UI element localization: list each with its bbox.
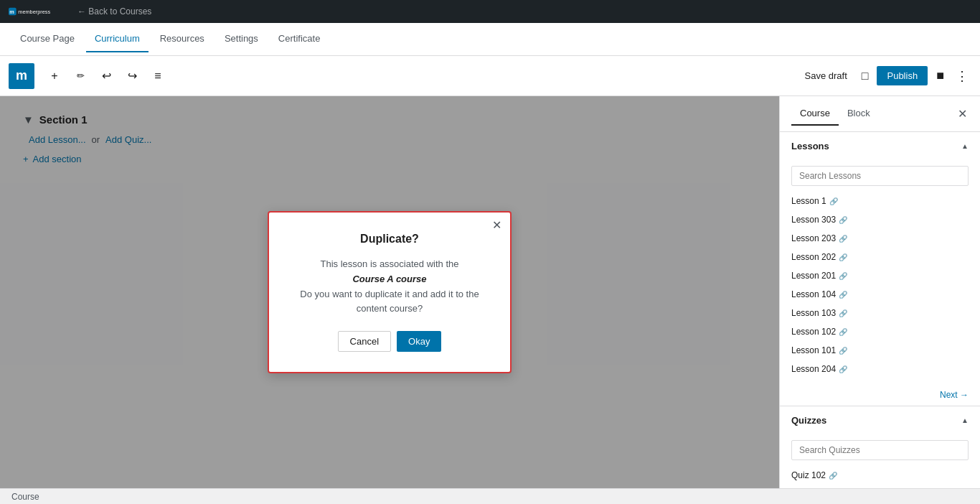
modal-line1: This lesson is associated with the	[321, 258, 459, 269]
publish-button[interactable]: Publish	[877, 66, 928, 85]
redo-button[interactable]: ↪	[121, 65, 143, 88]
memberpress-logo: m memberpress	[9, 6, 66, 17]
add-block-button[interactable]: +	[43, 65, 66, 88]
external-link-icon: 🔗	[839, 328, 847, 336]
tab-curriculum[interactable]: Curriculum	[86, 26, 149, 52]
modal-overlay: ✕ Duplicate? This lesson is associated w…	[0, 96, 779, 488]
quizzes-list: Quiz 102 🔗 Quiz 202 🔗 Quiz 101 🔗	[780, 466, 980, 488]
lesson-item-label: Lesson 103	[791, 308, 836, 318]
quiz-item-label: Quiz 102	[791, 470, 826, 480]
quizzes-section: Quizzes ▲ Quiz 102 🔗 Quiz 202 🔗	[780, 406, 980, 488]
tab-course[interactable]: Course	[791, 102, 839, 126]
list-item[interactable]: Lesson 103 🔗	[791, 304, 969, 322]
editor-logo: m	[9, 63, 34, 89]
modal-actions: Cancel Okay	[295, 331, 484, 352]
list-icon: ≡	[154, 70, 161, 83]
list-item[interactable]: Lesson 203 🔗	[791, 229, 969, 248]
quizzes-search-input[interactable]	[791, 440, 969, 460]
list-item[interactable]: Lesson 204 🔗	[791, 360, 969, 378]
toolbar-right: Save draft □ Publish ■ ⋮	[799, 65, 971, 87]
tab-block[interactable]: Block	[839, 102, 879, 126]
quizzes-section-header[interactable]: Quizzes ▲	[780, 406, 980, 434]
settings-panel-button[interactable]: ■	[933, 65, 947, 86]
main-layout: ▼ Section 1 Add Lesson... or Add Quiz...…	[0, 96, 980, 488]
list-item[interactable]: Lesson 202 🔗	[791, 248, 969, 266]
brand-logo: m memberpress	[9, 6, 66, 17]
lesson-item-label: Lesson 201	[791, 271, 836, 281]
sidebar-header: Course Block ✕	[780, 96, 980, 132]
lessons-next-link[interactable]: Next →	[780, 384, 980, 406]
settings-icon: ■	[936, 68, 944, 83]
lesson-item-label: Lesson 204	[791, 364, 836, 374]
redo-icon: ↪	[128, 69, 137, 83]
sidebar-close-button[interactable]: ✕	[956, 106, 969, 122]
lesson-item-label: Lesson 102	[791, 327, 836, 337]
lesson-item-label: Lesson 303	[791, 215, 836, 225]
admin-top-bar: m memberpress ← Back to Courses	[0, 0, 980, 23]
quizzes-label: Quizzes	[791, 415, 826, 426]
save-draft-button[interactable]: Save draft	[799, 66, 853, 85]
modal-close-button[interactable]: ✕	[492, 220, 501, 231]
cancel-button[interactable]: Cancel	[338, 331, 391, 352]
footer-bar: Course	[0, 488, 980, 504]
external-link-icon: 🔗	[839, 291, 847, 299]
list-item[interactable]: Lesson 201 🔗	[791, 266, 969, 285]
preview-button[interactable]: □	[859, 67, 872, 85]
ellipsis-icon: ⋮	[956, 69, 969, 83]
tab-certificate[interactable]: Certificate	[270, 26, 329, 52]
document-overview-button[interactable]: ≡	[146, 65, 169, 88]
modal-course-name: Course A course	[352, 274, 426, 284]
list-item[interactable]: Quiz 102 🔗	[791, 466, 969, 485]
lesson-item-label: Lesson 1	[791, 196, 826, 206]
tab-settings[interactable]: Settings	[216, 26, 267, 52]
quizzes-search	[780, 434, 980, 466]
sidebar-body: Lessons ▲ Lesson 1 🔗 Lesson 303 🔗	[780, 132, 980, 488]
list-item[interactable]: Lesson 1 🔗	[791, 192, 969, 210]
sidebar-tabs: Course Block	[791, 102, 879, 126]
lessons-search	[780, 160, 980, 192]
lessons-section: Lessons ▲ Lesson 1 🔗 Lesson 303 🔗	[780, 132, 980, 406]
external-link-icon: 🔗	[839, 253, 847, 261]
back-to-courses-link[interactable]: ← Back to Courses	[77, 6, 151, 17]
footer-label: Course	[11, 492, 39, 502]
undo-button[interactable]: ↩	[95, 65, 118, 88]
preview-icon: □	[862, 70, 869, 82]
lessons-list: Lesson 1 🔗 Lesson 303 🔗 Lesson 203 🔗 Les…	[780, 192, 980, 384]
lesson-item-label: Lesson 203	[791, 233, 836, 243]
list-item[interactable]: Lesson 303 🔗	[791, 210, 969, 229]
tab-resources[interactable]: Resources	[151, 26, 213, 52]
list-item[interactable]: Lesson 102 🔗	[791, 322, 969, 341]
okay-button[interactable]: Okay	[397, 331, 441, 352]
list-item[interactable]: Lesson 104 🔗	[791, 285, 969, 304]
svg-text:m: m	[9, 9, 14, 15]
external-link-icon: 🔗	[839, 365, 847, 373]
lessons-chevron-icon: ▲	[961, 142, 969, 150]
lesson-item-label: Lesson 104	[791, 289, 836, 299]
external-link-icon: 🔗	[829, 472, 837, 480]
undo-icon: ↩	[102, 69, 111, 83]
nav-bar: Course Page Curriculum Resources Setting…	[0, 23, 980, 56]
list-item[interactable]: Lesson 101 🔗	[791, 341, 969, 360]
editor-toolbar: m + ✏ ↩ ↪ ≡ Save draft □ Publish ■ ⋮	[0, 56, 980, 96]
external-link-icon: 🔗	[839, 347, 847, 355]
list-item[interactable]: Quiz 202 🔗	[791, 485, 969, 488]
plus-icon: +	[51, 70, 57, 83]
duplicate-modal: ✕ Duplicate? This lesson is associated w…	[268, 211, 512, 373]
tools-button[interactable]: ✏	[69, 65, 92, 88]
lessons-label: Lessons	[791, 141, 829, 151]
lesson-item-label: Lesson 101	[791, 345, 836, 355]
external-link-icon: 🔗	[839, 309, 847, 317]
modal-title: Duplicate?	[295, 233, 484, 246]
external-link-icon: 🔗	[839, 235, 847, 243]
modal-body: This lesson is associated with the Cours…	[295, 257, 484, 317]
tab-course-page[interactable]: Course Page	[11, 26, 83, 52]
lesson-item-label: Lesson 202	[791, 252, 836, 262]
modal-line2: Do you want to duplicate it and add it t…	[300, 289, 479, 314]
sidebar: Course Block ✕ Lessons ▲ Lesson 1 🔗	[779, 96, 980, 488]
external-link-icon: 🔗	[829, 197, 838, 205]
more-options-button[interactable]: ⋮	[953, 65, 971, 87]
lessons-section-header[interactable]: Lessons ▲	[780, 132, 980, 160]
content-area: ▼ Section 1 Add Lesson... or Add Quiz...…	[0, 96, 779, 488]
lessons-search-input[interactable]	[791, 166, 969, 186]
external-link-icon: 🔗	[839, 272, 847, 280]
